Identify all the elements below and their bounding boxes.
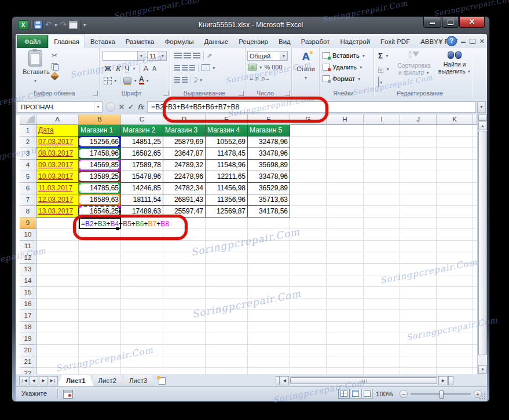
cell-K1[interactable] (437, 125, 473, 137)
decrease-indent-icon[interactable] (174, 77, 180, 83)
cell-I9[interactable] (364, 218, 400, 229)
copy-icon[interactable] (52, 63, 58, 69)
column-header-B[interactable]: B (79, 115, 121, 125)
enter-icon[interactable]: ✓ (128, 103, 134, 111)
cell-D9[interactable] (163, 218, 206, 229)
cell-G11[interactable] (290, 241, 327, 252)
format-painter-icon[interactable] (50, 72, 60, 81)
column-header-C[interactable]: C (121, 115, 163, 125)
bold-button[interactable]: Ж (104, 65, 112, 73)
align-bottom-icon[interactable] (193, 53, 200, 58)
zoom-out-icon[interactable]: − (400, 390, 408, 398)
cell-I5[interactable] (364, 171, 400, 183)
dialog-launcher-icon[interactable] (93, 91, 98, 96)
row-header-4[interactable]: 4 (20, 160, 36, 171)
cell-K8[interactable] (437, 206, 473, 218)
cut-icon[interactable]: ✂ (52, 51, 58, 60)
row-header-22[interactable]: 22 (20, 368, 36, 374)
column-header-E[interactable]: E (206, 115, 248, 125)
zoom-track[interactable] (411, 393, 471, 395)
cell-B5[interactable]: 13589,25 (79, 171, 121, 183)
cell-B9[interactable]: =B2+B3+B4+B5+B6+B7+B8 (79, 218, 121, 229)
tab-page-layout[interactable]: Разметка (120, 35, 160, 48)
cell-J2[interactable] (400, 137, 437, 148)
align-right-icon[interactable] (189, 65, 195, 71)
workbook-close-icon[interactable]: ✕ (479, 38, 485, 45)
cell-A10[interactable] (36, 229, 79, 241)
insert-function-icon[interactable]: fx (137, 103, 144, 111)
cell-I7[interactable] (364, 194, 400, 206)
cell-A8[interactable]: 13.03.2017 (36, 206, 79, 218)
cell-I17[interactable] (364, 310, 400, 322)
cell-G10[interactable] (290, 229, 327, 241)
cell-H14[interactable] (327, 275, 364, 287)
styles-button[interactable]: А Стили ▼ (296, 50, 316, 83)
cell-C22[interactable] (121, 368, 163, 374)
cell-B4[interactable]: 14569,85 (79, 160, 121, 171)
cell-J12[interactable] (400, 252, 437, 264)
cell-G1[interactable] (290, 125, 327, 137)
row-header-13[interactable]: 13 (20, 264, 36, 275)
row-header-18[interactable]: 18 (20, 322, 36, 333)
scroll-down-icon[interactable]: ▼ (478, 365, 487, 374)
cell-J19[interactable] (400, 333, 437, 345)
cell-A1[interactable]: Дата (36, 125, 79, 137)
cell-A6[interactable]: 11.03.2017 (36, 183, 79, 194)
row-header-12[interactable]: 12 (20, 252, 36, 264)
cell-J21[interactable] (400, 356, 437, 368)
cell-F15[interactable] (248, 287, 290, 299)
currency-icon[interactable]: ◎ (248, 64, 257, 71)
name-box[interactable]: ПРОПНАЧ ▼ (17, 101, 102, 113)
cell-A21[interactable] (36, 356, 79, 368)
autosum-button[interactable]: Σ ▼ (378, 50, 389, 61)
tab-formulas[interactable]: Формулы (160, 35, 199, 48)
last-sheet-icon[interactable]: ▶❘ (49, 376, 58, 385)
align-top-icon[interactable] (174, 53, 182, 58)
cell-J7[interactable] (400, 194, 437, 206)
cell-G12[interactable] (290, 252, 327, 264)
cell-J3[interactable] (400, 148, 437, 160)
cell-D18[interactable] (163, 322, 206, 333)
cell-F5[interactable]: 33478,96 (248, 171, 290, 183)
cell-B22[interactable] (79, 368, 121, 374)
cell-B6[interactable]: 14785,65 (79, 183, 121, 194)
fill-color-icon[interactable] (123, 78, 131, 84)
font-color-icon[interactable]: А (139, 76, 144, 84)
tab-review[interactable]: Рецензир (233, 35, 273, 48)
cell-I2[interactable] (364, 137, 400, 148)
cell-J20[interactable] (400, 345, 437, 356)
grow-font-button[interactable]: А (142, 64, 150, 73)
tab-home[interactable]: Главная (48, 35, 85, 48)
cancel-icon[interactable]: ✕ (119, 103, 124, 111)
cell-I20[interactable] (364, 345, 400, 356)
cell-K6[interactable] (437, 183, 473, 194)
cell-D16[interactable] (163, 299, 206, 310)
thousands-button[interactable]: 000 (272, 64, 282, 71)
select-all-corner[interactable] (20, 115, 36, 125)
zoom-level[interactable]: 100% (376, 390, 393, 397)
sheet-tab-3[interactable]: Лист3 (121, 375, 155, 386)
cell-E9[interactable] (206, 218, 248, 229)
cell-E22[interactable] (206, 368, 248, 374)
cell-C13[interactable] (121, 264, 163, 275)
cell-D5[interactable]: 22478,96 (163, 171, 206, 183)
row-header-11[interactable]: 11 (20, 241, 36, 252)
restore-button[interactable] (442, 17, 459, 28)
cell-H17[interactable] (327, 310, 364, 322)
clear-button[interactable]: ▼ (378, 77, 383, 87)
cell-H2[interactable] (327, 137, 364, 148)
cell-D8[interactable]: 25597,47 (163, 206, 206, 218)
cell-I8[interactable] (364, 206, 400, 218)
cell-G19[interactable] (290, 333, 327, 345)
vertical-scrollbar[interactable]: ▲ ▼ (477, 115, 487, 374)
cell-G22[interactable] (290, 368, 327, 374)
cell-H1[interactable] (327, 125, 364, 137)
row-header-20[interactable]: 20 (20, 345, 36, 356)
cell-F8[interactable]: 34178,56 (248, 206, 290, 218)
shrink-font-button[interactable]: А (151, 65, 158, 72)
cell-J10[interactable] (400, 229, 437, 241)
decrease-decimal-icon[interactable]: ,0→ (261, 76, 270, 82)
cell-D4[interactable]: 24789,32 (163, 160, 206, 171)
cell-B2[interactable]: 15256,66 (79, 137, 121, 148)
cell-I11[interactable] (364, 241, 400, 252)
